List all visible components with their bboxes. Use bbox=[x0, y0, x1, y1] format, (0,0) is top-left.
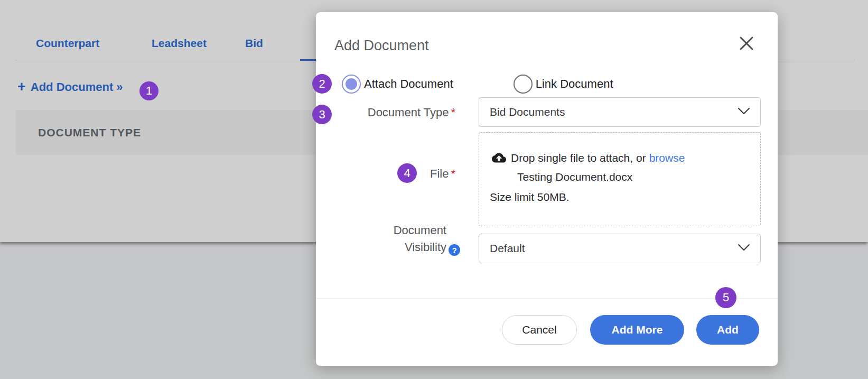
visibility-label-line1: Document bbox=[316, 222, 446, 239]
file-dropzone[interactable]: Drop single file to attach, or browse Te… bbox=[479, 132, 761, 226]
browse-link[interactable]: browse bbox=[649, 152, 685, 164]
screen: Counterpart Leadsheet Bid + Add Document… bbox=[0, 0, 868, 379]
add-document-modal: Add Document Attach Document Link Docume… bbox=[316, 12, 778, 366]
modal-title: Add Document bbox=[334, 38, 429, 54]
add-more-button[interactable]: Add More bbox=[590, 315, 684, 345]
file-label-text: File bbox=[430, 167, 449, 180]
radio-selected-icon bbox=[342, 75, 361, 94]
visibility-label-line2: Visibility bbox=[316, 239, 446, 256]
radio-group: Attach Document Link Document bbox=[342, 72, 613, 96]
close-icon[interactable] bbox=[736, 33, 757, 53]
radio-unselected-icon bbox=[514, 75, 533, 94]
file-label: File* bbox=[316, 167, 455, 181]
radio-link-label: Link Document bbox=[536, 77, 613, 91]
document-visibility-value: Default bbox=[490, 242, 525, 255]
annotation-badge-1: 1 bbox=[139, 81, 158, 100]
document-visibility-label: Document Visibility bbox=[316, 222, 446, 256]
annotation-badge-3: 3 bbox=[312, 105, 332, 124]
required-asterisk: * bbox=[451, 106, 455, 119]
add-button[interactable]: Add bbox=[696, 315, 759, 345]
drop-text: Drop single file to attach, or bbox=[511, 152, 646, 164]
document-visibility-select[interactable]: Default bbox=[479, 234, 761, 263]
annotation-badge-4: 4 bbox=[397, 163, 417, 183]
chevron-down-icon bbox=[737, 107, 751, 117]
annotation-badge-5: 5 bbox=[715, 287, 736, 308]
cancel-button[interactable]: Cancel bbox=[502, 315, 577, 345]
cloud-upload-icon bbox=[492, 151, 506, 165]
size-limit-text: Size limit 50MB. bbox=[490, 191, 570, 204]
help-icon[interactable]: ? bbox=[449, 244, 460, 256]
radio-link-document[interactable]: Link Document bbox=[514, 75, 613, 94]
dropzone-instruction: Drop single file to attach, or browse bbox=[492, 151, 685, 165]
document-type-select[interactable]: Bid Documents bbox=[479, 97, 761, 127]
document-type-value: Bid Documents bbox=[490, 106, 565, 118]
radio-attach-document[interactable]: Attach Document bbox=[342, 75, 453, 94]
footer-divider bbox=[316, 298, 778, 299]
attached-file-name: Testing Document.docx bbox=[517, 171, 632, 183]
annotation-badge-2: 2 bbox=[312, 74, 332, 94]
document-type-label: Document Type* bbox=[316, 106, 455, 119]
radio-attach-label: Attach Document bbox=[364, 77, 453, 91]
required-asterisk: * bbox=[451, 167, 455, 180]
chevron-down-icon bbox=[737, 243, 751, 254]
document-type-label-text: Document Type bbox=[368, 106, 449, 119]
